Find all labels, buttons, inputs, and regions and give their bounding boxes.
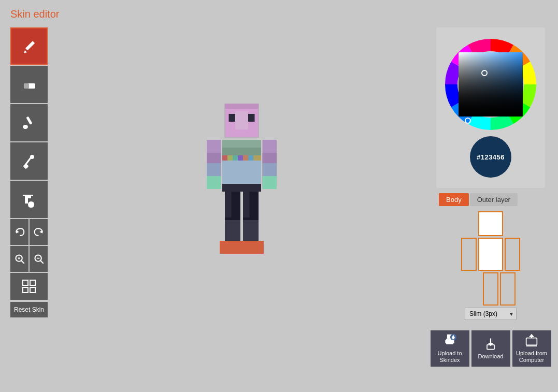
svg-rect-21: [30, 280, 35, 285]
zoom-in-button[interactable]: [10, 246, 28, 272]
upload-computer-icon: [524, 333, 539, 348]
svg-rect-58: [240, 241, 264, 254]
svg-rect-71: [526, 338, 537, 345]
model-selector: Classic (4px) Slim (3px) ▼: [465, 308, 517, 320]
body-part-right-leg[interactable]: [500, 272, 516, 306]
undo-redo-row: [10, 219, 50, 245]
svg-rect-20: [23, 280, 28, 285]
right-panel: #123456 Body Outer layer: [434, 27, 548, 384]
svg-rect-6: [24, 126, 26, 129]
svg-rect-46: [248, 155, 253, 161]
body-map: Classic (4px) Slim (3px) ▼: [461, 211, 520, 320]
layer-tabs: Body Outer layer: [439, 193, 518, 206]
download-button[interactable]: Download: [471, 330, 510, 367]
svg-rect-44: [238, 155, 243, 161]
svg-rect-49: [263, 153, 277, 163]
color-wheel-wrapper[interactable]: [444, 38, 537, 131]
svg-rect-26: [229, 114, 236, 122]
color-picker[interactable]: #123456: [436, 27, 545, 188]
svg-rect-29: [235, 111, 248, 129]
svg-line-16: [21, 260, 24, 263]
svg-rect-4: [26, 117, 32, 125]
svg-rect-64: [451, 340, 454, 343]
svg-rect-45: [243, 155, 248, 161]
download-icon: [483, 337, 498, 351]
body-part-spacer-left: [466, 272, 481, 306]
reset-skin-button[interactable]: Reset Skin: [10, 302, 48, 317]
upload-skindex-label: Upload toSkindex: [437, 350, 462, 364]
svg-rect-56: [243, 220, 259, 241]
grid-button[interactable]: [10, 273, 48, 300]
svg-rect-38: [243, 192, 250, 217]
body-part-right-arm[interactable]: [505, 238, 520, 271]
svg-rect-63: [445, 340, 448, 343]
action-buttons: Upload toSkindex Download: [431, 330, 551, 367]
canvas-area[interactable]: [50, 27, 434, 384]
body-part-head[interactable]: [478, 211, 503, 236]
eyedropper-tool[interactable]: [10, 142, 48, 180]
svg-rect-53: [263, 176, 277, 189]
upload-computer-label: Upload fromComputer: [516, 350, 547, 364]
eraser-tool[interactable]: [10, 66, 48, 103]
svg-rect-67: [452, 338, 454, 339]
svg-rect-23: [30, 287, 35, 293]
svg-rect-37: [225, 192, 232, 217]
body-tab[interactable]: Body: [439, 193, 469, 206]
zoom-row: [10, 246, 50, 272]
svg-rect-0: [25, 41, 35, 50]
outer-layer-tab[interactable]: Outer layer: [470, 193, 518, 206]
upload-skindex-button[interactable]: Upload toSkindex: [431, 330, 469, 367]
svg-point-9: [30, 155, 34, 159]
svg-rect-28: [225, 104, 259, 109]
zoom-out-button[interactable]: [30, 246, 48, 272]
body-part-torso[interactable]: [478, 238, 503, 271]
svg-marker-73: [529, 334, 534, 337]
color-cursor: [481, 70, 488, 76]
skin-preview: [202, 104, 282, 308]
model-select[interactable]: Classic (4px) Slim (3px): [465, 308, 517, 320]
page-title: Skin editor: [10, 8, 548, 20]
svg-rect-47: [253, 155, 261, 161]
svg-rect-54: [222, 184, 261, 192]
svg-rect-3: [24, 83, 29, 89]
svg-rect-27: [248, 114, 255, 122]
wheel-cursor: [465, 118, 471, 124]
svg-rect-41: [222, 155, 227, 161]
svg-rect-48: [207, 153, 221, 163]
download-label: Download: [478, 353, 504, 360]
svg-rect-34: [222, 148, 261, 155]
upload-computer-button[interactable]: Upload fromComputer: [512, 330, 551, 367]
color-gradient-square[interactable]: [459, 52, 523, 117]
svg-rect-8: [23, 163, 28, 169]
svg-line-19: [40, 260, 43, 263]
svg-rect-42: [227, 155, 233, 161]
svg-rect-43: [233, 155, 238, 161]
svg-rect-22: [23, 287, 28, 293]
svg-rect-52: [207, 176, 221, 189]
svg-rect-50: [207, 163, 221, 176]
color-hex-display[interactable]: #123456: [470, 136, 511, 178]
undo-button[interactable]: [10, 219, 28, 245]
body-part-left-leg[interactable]: [483, 272, 498, 306]
svg-marker-12: [39, 230, 42, 234]
toolbar: Reset Skin: [10, 27, 50, 384]
svg-rect-55: [225, 220, 240, 241]
svg-marker-1: [24, 50, 27, 53]
svg-marker-11: [16, 230, 19, 234]
svg-rect-51: [263, 163, 277, 176]
upload-skindex-icon: [442, 333, 457, 348]
paintbrush-tool[interactable]: [10, 104, 48, 141]
body-part-left-arm[interactable]: [461, 238, 477, 271]
redo-button[interactable]: [30, 219, 48, 245]
svg-rect-57: [220, 241, 243, 254]
pencil-tool[interactable]: [10, 27, 48, 65]
fill-tool[interactable]: [10, 181, 48, 218]
